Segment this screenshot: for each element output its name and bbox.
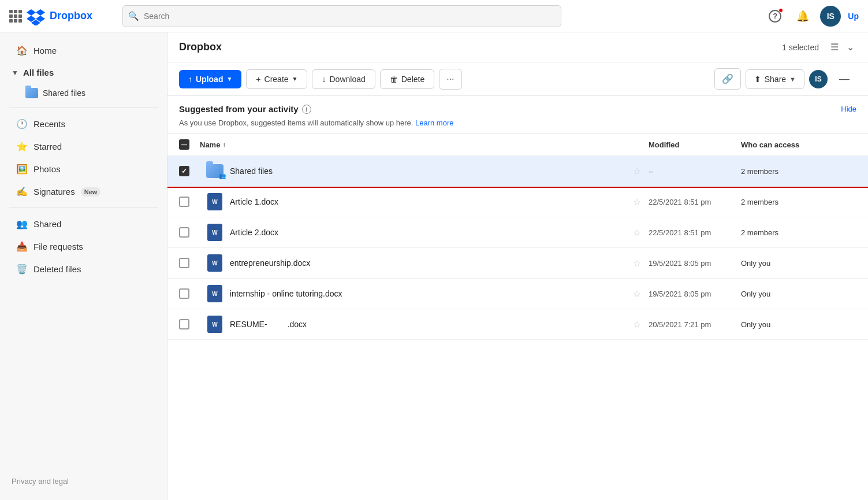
sidebar-divider-2 (9, 208, 158, 208)
help-button[interactable]: ? (765, 6, 785, 27)
logo-text: Dropbox (50, 10, 92, 22)
share-button[interactable]: ⬆ Share ▼ (746, 69, 804, 89)
table-row[interactable]: W Article 2.docx ☆ 22/5/2021 8:51 pm 2 m… (167, 217, 868, 248)
avatar-button[interactable]: IS (820, 6, 841, 27)
learn-more-link[interactable]: Learn more (415, 118, 453, 127)
grid-menu-icon[interactable] (9, 10, 22, 23)
sidebar-item-starred[interactable]: ⭐ Starred (5, 135, 162, 158)
home-icon: 🏠 (16, 45, 28, 56)
sidebar-item-recents[interactable]: 🕐 Recents (5, 113, 162, 135)
upload-button[interactable]: ↑ Upload ▼ (179, 70, 241, 88)
upgrade-link[interactable]: Up (848, 12, 859, 21)
view-icons: ☰ ⌄ (828, 39, 856, 55)
suggested-body: As you use Dropbox, suggested items will… (179, 118, 856, 127)
row-checkbox[interactable] (179, 258, 189, 268)
photos-icon: 🖼️ (16, 164, 28, 175)
more-options-button[interactable]: ··· (439, 69, 461, 90)
table-row[interactable]: W entrepreneurship.docx ☆ 19/5/2021 8:05… (167, 248, 868, 279)
notification-button[interactable]: 🔔 (792, 6, 813, 27)
row-checkbox-col (179, 258, 200, 268)
create-label: Create (265, 75, 289, 84)
file-name: Article 1.docx (230, 197, 625, 206)
download-label: Download (329, 75, 365, 84)
word-icon-wrap: W (206, 223, 224, 242)
col-modified-header[interactable]: Modified (649, 140, 741, 149)
search-input[interactable] (122, 5, 561, 27)
content-area: Dropbox 1 selected ☰ ⌄ ↑ Upload ▼ + Crea… (167, 32, 868, 500)
table-row[interactable]: W RESUME- .docx ☆ 20/5/2021 7:21 pm Only… (167, 309, 868, 340)
star-button[interactable]: ☆ (625, 258, 649, 269)
file-requests-icon: 📥 (16, 241, 28, 252)
row-checkbox[interactable] (179, 319, 189, 329)
folder-icon (206, 162, 224, 180)
sidebar-item-home-label: Home (33, 46, 57, 55)
star-button[interactable]: ☆ (625, 227, 649, 238)
modified-text: 19/5/2021 8:05 pm (649, 259, 741, 268)
main-layout: 🏠 Home ▼ All files Shared files 🕐 Recent… (0, 32, 868, 500)
modified-text: 22/5/2021 8:51 pm (649, 198, 741, 206)
sidebar-item-file-requests[interactable]: 📥 File requests (5, 235, 162, 258)
word-icon-wrap: W (206, 315, 224, 334)
hide-link[interactable]: Hide (841, 105, 856, 113)
sidebar-item-shared[interactable]: 👥 Shared (5, 213, 162, 235)
shared-folder-icon (25, 88, 38, 98)
word-icon: W (207, 193, 222, 210)
table-row[interactable]: W internship - online tutoring.docx ☆ 19… (167, 279, 868, 309)
col-access-header[interactable]: Who can access (741, 140, 856, 149)
minimize-button[interactable]: — (832, 68, 856, 90)
row-checkbox[interactable] (179, 288, 189, 299)
sidebar-item-deleted-files[interactable]: 🗑️ Deleted files (5, 258, 162, 280)
star-button[interactable]: ☆ (625, 288, 649, 299)
create-plus-icon: + (256, 75, 260, 84)
access-text: Only you (741, 320, 856, 329)
sort-arrow: ↑ (222, 141, 226, 148)
avatar-small: IS (809, 70, 828, 88)
file-name: entrepreneurship.docx (230, 258, 625, 268)
col-name-header[interactable]: Name ↑ (200, 140, 625, 149)
download-button[interactable]: ↓ Download (312, 69, 375, 89)
sidebar-item-shared-files[interactable]: Shared files (0, 83, 167, 103)
row-checkbox[interactable] (179, 197, 189, 207)
row-checkbox[interactable] (179, 166, 189, 176)
signatures-icon: ✍️ (16, 186, 28, 197)
modified-text: -- (649, 167, 741, 176)
table-row[interactable]: Shared files ☆ -- 2 members (167, 156, 868, 187)
col-name-label: Name (200, 140, 220, 149)
table-row[interactable]: W Article 1.docx ☆ 22/5/2021 8:51 pm 2 m… (167, 187, 868, 217)
link-icon: 🔗 (722, 74, 733, 84)
signatures-new-badge: New (81, 187, 101, 197)
access-text: 2 members (741, 167, 856, 176)
privacy-link[interactable]: Privacy and legal (12, 477, 69, 486)
star-button[interactable]: ☆ (625, 166, 649, 177)
toolbar: Dropbox 1 selected ☰ ⌄ (167, 32, 868, 62)
sidebar-item-photos[interactable]: 🖼️ Photos (5, 158, 162, 180)
row-checkbox-col (179, 288, 200, 299)
avatar-small-initials: IS (815, 75, 821, 83)
delete-button[interactable]: 🗑 Delete (380, 69, 434, 89)
chevron-down-icon: ▼ (12, 69, 18, 77)
breadcrumb: Dropbox (179, 41, 222, 53)
share-dropdown-arrow: ▼ (789, 76, 796, 83)
top-header: Dropbox 🔍 ? 🔔 IS Up (0, 0, 868, 32)
word-icon: W (207, 224, 222, 241)
create-dropdown-arrow: ▼ (292, 76, 298, 82)
star-button[interactable]: ☆ (625, 319, 649, 330)
select-all-checkbox-col (179, 139, 200, 150)
sidebar-item-home[interactable]: 🏠 Home (5, 39, 162, 62)
photos-label: Photos (33, 164, 61, 174)
link-button[interactable]: 🔗 (714, 68, 741, 90)
access-text: 2 members (741, 228, 856, 237)
create-button[interactable]: + Create ▼ (246, 69, 307, 89)
sidebar-item-signatures[interactable]: ✍️ Signatures New (5, 180, 162, 203)
sidebar-item-all-files[interactable]: ▼ All files (0, 62, 167, 83)
search-bar: 🔍 (122, 5, 561, 27)
row-checkbox-col (179, 227, 200, 238)
row-checkbox[interactable] (179, 227, 189, 238)
select-all-checkbox[interactable] (179, 139, 189, 150)
list-view-button[interactable]: ☰ (828, 39, 841, 55)
sidebar: 🏠 Home ▼ All files Shared files 🕐 Recent… (0, 32, 167, 500)
info-icon[interactable]: i (302, 105, 311, 114)
chevron-view-button[interactable]: ⌄ (844, 39, 856, 55)
trash-icon: 🗑️ (16, 264, 28, 275)
star-button[interactable]: ☆ (625, 197, 649, 208)
